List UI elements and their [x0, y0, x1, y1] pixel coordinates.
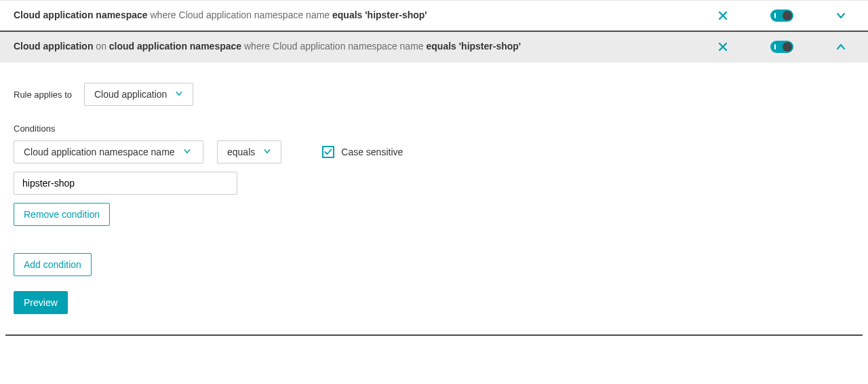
chevron-down-icon	[183, 147, 191, 157]
rule-entity2: cloud application namespace	[109, 41, 241, 52]
delete-rule-button[interactable]	[716, 9, 730, 22]
expand-rule-button[interactable]	[834, 9, 848, 22]
rule-op: equals	[332, 9, 362, 20]
rule-applies-value: Cloud application	[94, 89, 167, 100]
rule-summary: Cloud application namespace where Cloud …	[14, 9, 716, 22]
preview-button[interactable]: Preview	[14, 291, 68, 314]
case-sensitive-label: Case sensitive	[341, 147, 403, 157]
chevron-down-icon	[175, 89, 183, 100]
rule-applies-row: Rule applies to Cloud application	[14, 83, 854, 106]
collapse-rule-button[interactable]	[834, 40, 848, 54]
rule-list: Cloud application namespace where Cloud …	[0, 0, 868, 334]
rule-detail-panel: Rule applies to Cloud application Condit…	[0, 62, 868, 334]
condition-operator-select[interactable]: equals	[217, 140, 281, 164]
rule-applies-select[interactable]: Cloud application	[84, 83, 193, 106]
panel-actions: Add condition Preview	[14, 253, 854, 314]
enable-rule-toggle[interactable]	[770, 41, 793, 53]
bottom-divider	[5, 334, 863, 336]
rule-value: 'hipster-shop'	[365, 9, 427, 20]
case-sensitive-checkbox[interactable]: Case sensitive	[322, 146, 403, 158]
rule-where: where	[244, 41, 270, 52]
condition-value-input[interactable]	[14, 172, 237, 195]
rule-actions	[716, 40, 854, 54]
rule-summary: Cloud application on cloud application n…	[14, 40, 716, 54]
rule-row[interactable]: Cloud application namespace where Cloud …	[0, 0, 868, 31]
rule-value: 'hipster-shop'	[459, 41, 521, 52]
rule-applies-label: Rule applies to	[14, 90, 72, 100]
condition-attribute-select[interactable]: Cloud application namespace name	[14, 140, 203, 164]
condition-row: Cloud application namespace name equals	[14, 140, 854, 164]
condition-operator-value: equals	[227, 147, 255, 157]
remove-condition-row: Remove condition	[14, 203, 854, 226]
conditions-label: Conditions	[14, 123, 854, 134]
rule-entity: Cloud application	[14, 41, 93, 52]
rule-op: equals	[427, 41, 456, 52]
close-icon	[717, 41, 728, 52]
rule-attr: Cloud application namespace name	[273, 41, 424, 52]
condition-value-row	[14, 172, 854, 195]
rule-where: where	[151, 9, 176, 20]
chevron-down-icon	[263, 147, 271, 157]
add-condition-button[interactable]: Add condition	[14, 253, 92, 276]
close-icon	[717, 10, 728, 21]
check-icon	[324, 148, 332, 156]
delete-rule-button[interactable]	[716, 40, 730, 54]
condition-attribute-value: Cloud application namespace name	[24, 147, 175, 157]
rule-on: on	[96, 41, 106, 52]
rule-editor: Cloud application namespace where Cloud …	[0, 0, 868, 336]
chevron-down-icon	[835, 10, 846, 21]
rule-row[interactable]: Cloud application on cloud application n…	[0, 31, 868, 62]
rule-actions	[716, 9, 854, 22]
rule-attr: Cloud application namespace name	[179, 9, 330, 20]
remove-condition-button[interactable]: Remove condition	[14, 203, 110, 226]
rule-entity: Cloud application namespace	[14, 9, 148, 20]
chevron-up-icon	[835, 41, 846, 52]
checkbox-box	[322, 146, 334, 158]
enable-rule-toggle[interactable]	[770, 9, 793, 22]
